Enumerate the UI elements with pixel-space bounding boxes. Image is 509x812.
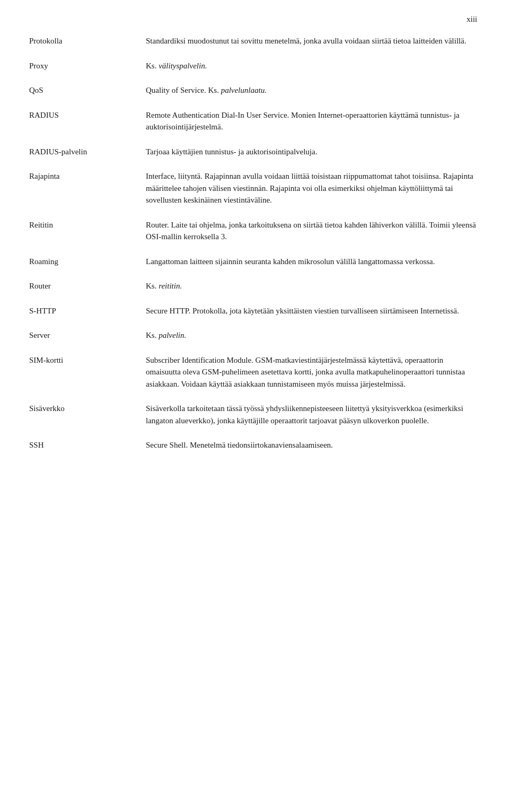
glossary-row: RADIUSRemote Authentication Dial-In User… xyxy=(29,106,477,136)
row-spacer xyxy=(29,345,477,351)
row-spacer xyxy=(29,455,477,461)
row-spacer xyxy=(29,430,477,436)
glossary-term: S-HTTP xyxy=(29,302,146,320)
glossary-row: RouterKs. reititin. xyxy=(29,277,477,295)
row-spacer xyxy=(29,75,477,81)
row-spacer xyxy=(29,136,477,143)
glossary-definition: Langattoman laitteen sijainnin seuranta … xyxy=(146,252,477,271)
glossary-term: Router xyxy=(29,277,146,295)
row-spacer xyxy=(29,295,477,302)
glossary-row: SSHSecure Shell. Menetelmä tiedonsiirtok… xyxy=(29,436,477,455)
glossary-definition: Sisäverkolla tarkoitetaan tässä työssä y… xyxy=(146,399,477,430)
glossary-row: ReititinRouter. Laite tai ohjelma, jonka… xyxy=(29,216,477,246)
glossary-row: S-HTTPSecure HTTP. Protokolla, jota käyt… xyxy=(29,302,477,320)
row-spacer xyxy=(29,270,477,277)
glossary-definition: Remote Authentication Dial-In User Servi… xyxy=(146,106,477,136)
glossary-row: RajapintaInterface, liityntä. Rajapinnan… xyxy=(29,167,477,209)
glossary-row: SisäverkkoSisäverkolla tarkoitetaan täss… xyxy=(29,399,477,430)
glossary-definition: Interface, liityntä. Rajapinnan avulla v… xyxy=(146,167,477,209)
glossary-term: RADIUS xyxy=(29,106,146,136)
row-spacer xyxy=(29,50,477,57)
glossary-definition: Quality of Service. Ks. palvelunlaatu. xyxy=(146,81,477,100)
row-spacer xyxy=(29,209,477,216)
glossary-term: Reititin xyxy=(29,216,146,246)
glossary-row: RoamingLangattoman laitteen sijainnin se… xyxy=(29,252,477,271)
glossary-row: SIM-korttiSubscriber Identification Modu… xyxy=(29,351,477,394)
row-spacer xyxy=(29,393,477,399)
glossary-row: RADIUS-palvelinTarjoaa käyttäjien tunnis… xyxy=(29,143,477,161)
glossary-term: QoS xyxy=(29,81,146,100)
row-spacer xyxy=(29,161,477,167)
glossary-term: Proxy xyxy=(29,57,146,75)
page-number: xiii xyxy=(467,15,477,24)
glossary-definition: Router. Laite tai ohjelma, jonka tarkoit… xyxy=(146,216,477,246)
glossary-definition: Ks. välityspalvelin. xyxy=(146,57,477,75)
glossary-definition: Secure HTTP. Protokolla, jota käytetään … xyxy=(146,302,477,320)
page-container: xiii ProtokollaStandardiksi muodostunut … xyxy=(0,0,509,812)
glossary-definition: Tarjoaa käyttäjien tunnistus- ja auktori… xyxy=(146,143,477,161)
glossary-definition: Ks. reititin. xyxy=(146,277,477,295)
glossary-row: QoSQuality of Service. Ks. palvelunlaatu… xyxy=(29,81,477,100)
glossary-definition: Subscriber Identification Module. GSM-ma… xyxy=(146,351,477,394)
row-spacer xyxy=(29,100,477,106)
glossary-definition: Ks. palvelin. xyxy=(146,326,477,345)
glossary-term: RADIUS-palvelin xyxy=(29,143,146,161)
glossary-term: Roaming xyxy=(29,252,146,271)
glossary-table: ProtokollaStandardiksi muodostunut tai s… xyxy=(29,32,477,461)
glossary-term: Sisäverkko xyxy=(29,399,146,430)
glossary-row: ProtokollaStandardiksi muodostunut tai s… xyxy=(29,32,477,50)
glossary-row: ServerKs. palvelin. xyxy=(29,326,477,345)
glossary-term: Rajapinta xyxy=(29,167,146,209)
glossary-term: SIM-kortti xyxy=(29,351,146,394)
glossary-row: ProxyKs. välityspalvelin. xyxy=(29,57,477,75)
glossary-term: Server xyxy=(29,326,146,345)
row-spacer xyxy=(29,320,477,326)
glossary-term: SSH xyxy=(29,436,146,455)
row-spacer xyxy=(29,246,477,252)
glossary-definition: Standardiksi muodostunut tai sovittu men… xyxy=(146,32,477,50)
glossary-definition: Secure Shell. Menetelmä tiedonsiirtokana… xyxy=(146,436,477,455)
glossary-term: Protokolla xyxy=(29,32,146,50)
